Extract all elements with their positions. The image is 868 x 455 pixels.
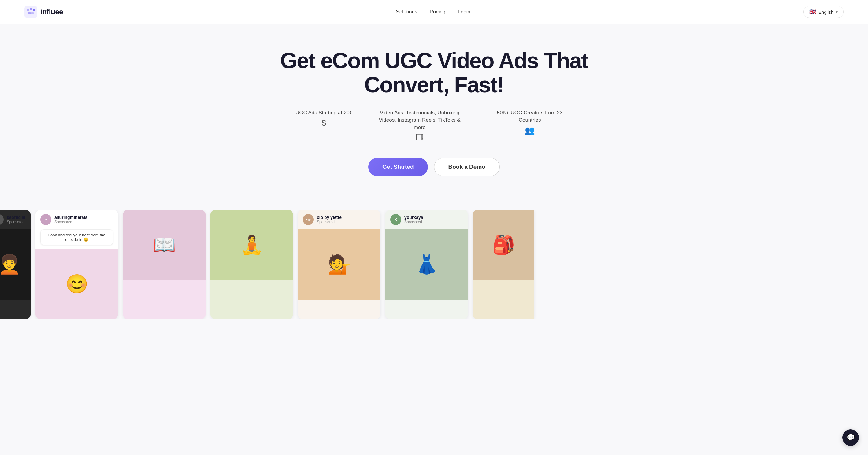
- ugc-card-6: 🎒: [473, 210, 534, 319]
- chat-button[interactable]: 💬: [842, 429, 859, 446]
- feature-creators-text: 50K+ UGC Creators from 23 Countries: [487, 109, 572, 124]
- hero-section: Get eCom UGC Video Ads That Convert, Fas…: [0, 24, 868, 210]
- nav-item-solutions[interactable]: Solutions: [396, 9, 417, 15]
- chevron-down-icon: ▾: [836, 10, 838, 14]
- dollar-icon: $: [322, 118, 326, 128]
- card-image-6: 🎒: [473, 210, 534, 280]
- card-name-5: yourkaya: [404, 215, 423, 220]
- logo[interactable]: influee: [25, 5, 63, 18]
- feature-pricing: UGC Ads Starting at 20€ $: [296, 109, 352, 142]
- ugc-card-strip: K keofficial Sponsored 🧑‍🦱 ✦ alluringmin…: [0, 210, 868, 319]
- card-header-4: ×ıo xio by ylette Sponsored: [298, 210, 380, 229]
- card-sponsored-4: Sponsored: [317, 220, 342, 224]
- svg-rect-4: [28, 12, 31, 14]
- card-image-0: 🧑‍🦱: [0, 229, 31, 300]
- ugc-card-5: K yourkaya Sponsored 👗: [385, 210, 468, 319]
- card-sponsored-5: Sponsored: [404, 220, 423, 224]
- card-header-0: K keofficial Sponsored: [0, 210, 31, 229]
- ugc-card-2: 📖: [123, 210, 206, 319]
- hero-features: UGC Ads Starting at 20€ $ Video Ads, Tes…: [12, 109, 856, 142]
- chat-icon: 💬: [846, 433, 855, 442]
- feature-pricing-text: UGC Ads Starting at 20€: [296, 109, 352, 117]
- card-header-1: ✦ alluringminerals Sponsored: [35, 210, 118, 229]
- svg-rect-1: [27, 9, 29, 11]
- feature-video-text: Video Ads, Testimonials, Unboxing Videos…: [377, 109, 462, 131]
- card-image-4: 💁: [298, 229, 380, 300]
- get-started-button[interactable]: Get Started: [368, 158, 428, 176]
- language-selector[interactable]: 🇬🇧 English ▾: [803, 6, 843, 18]
- ugc-card-4: ×ıo xio by ylette Sponsored 💁: [298, 210, 380, 319]
- card-sponsored-1: Sponsored: [55, 220, 88, 224]
- ugc-card-1: ✦ alluringminerals Sponsored Look and fe…: [35, 210, 118, 319]
- logo-text: influee: [40, 8, 63, 16]
- card-name-4: xio by ylette: [317, 215, 342, 220]
- nav-links: Solutions Pricing Login: [396, 9, 471, 15]
- book-demo-button[interactable]: Book a Demo: [434, 158, 500, 176]
- hero-title: Get eCom UGC Video Ads That Convert, Fas…: [250, 48, 618, 97]
- svg-rect-3: [33, 9, 35, 11]
- navbar: influee Solutions Pricing Login 🇬🇧 Engli…: [0, 0, 868, 24]
- card-image-5: 👗: [385, 229, 468, 300]
- card-name-0: keofficial: [7, 215, 25, 220]
- card-bubble-1: Look and feel your best from the outside…: [40, 229, 113, 245]
- flag-icon: 🇬🇧: [809, 8, 816, 15]
- card-image-1: 😊: [35, 249, 118, 319]
- svg-rect-0: [25, 5, 37, 18]
- hero-buttons: Get Started Book a Demo: [12, 158, 856, 176]
- feature-creators: 50K+ UGC Creators from 23 Countries 👥: [487, 109, 572, 142]
- people-icon: 👥: [525, 126, 535, 135]
- ugc-card-0: K keofficial Sponsored 🧑‍🦱: [0, 210, 31, 319]
- nav-item-pricing[interactable]: Pricing: [430, 9, 445, 15]
- card-header-5: K yourkaya Sponsored: [385, 210, 468, 229]
- logo-icon: [25, 5, 37, 18]
- card-logo-0: K: [0, 214, 4, 225]
- svg-rect-2: [30, 8, 32, 10]
- card-name-1: alluringminerals: [55, 215, 88, 220]
- nav-item-login[interactable]: Login: [458, 9, 470, 15]
- card-logo-4: ×ıo: [303, 214, 314, 225]
- lang-label: English: [818, 9, 833, 15]
- card-image-3: 🧘: [210, 210, 293, 280]
- svg-rect-5: [31, 12, 34, 14]
- card-sponsored-0: Sponsored: [7, 220, 25, 224]
- film-icon: 🎞: [416, 133, 424, 142]
- feature-video: Video Ads, Testimonials, Unboxing Videos…: [377, 109, 462, 142]
- card-logo-1: ✦: [40, 214, 51, 225]
- card-logo-5: K: [390, 214, 401, 225]
- card-image-2: 📖: [123, 210, 206, 280]
- ugc-card-3: 🧘: [210, 210, 293, 319]
